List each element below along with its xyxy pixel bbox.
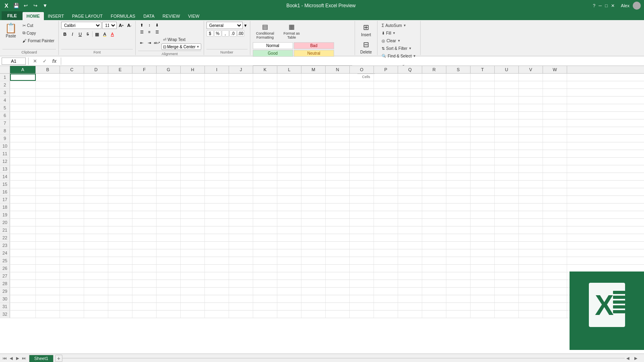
cell-P16[interactable] [374, 188, 398, 195]
cell-N24[interactable] [326, 249, 350, 257]
cell-I23[interactable] [205, 242, 229, 249]
cell-S12[interactable] [446, 158, 471, 165]
cell-U27[interactable] [495, 272, 519, 280]
cell-B19[interactable] [36, 211, 60, 218]
cell-M9[interactable] [301, 135, 326, 142]
cell-S23[interactable] [446, 242, 471, 249]
col-header-h[interactable]: H [181, 66, 205, 73]
tab-view[interactable]: VIEW [184, 12, 203, 20]
cell-E22[interactable] [108, 234, 132, 241]
cell-H3[interactable] [181, 89, 205, 96]
col-header-n[interactable]: N [326, 66, 350, 73]
cell-F5[interactable] [132, 104, 157, 111]
cell-L4[interactable] [277, 97, 301, 104]
cell-J2[interactable] [229, 81, 253, 88]
cell-R7[interactable] [422, 119, 446, 127]
strikethrough-button[interactable]: S̶ [84, 31, 91, 38]
cell-A1[interactable] [10, 74, 36, 81]
cell-O12[interactable] [350, 158, 374, 165]
cell-W19[interactable] [543, 211, 567, 218]
align-right-button[interactable]: ☰ [153, 29, 161, 35]
cell-L10[interactable] [277, 142, 301, 150]
cell-N3[interactable] [326, 89, 350, 96]
cell-B20[interactable] [36, 219, 60, 226]
cell-R18[interactable] [422, 204, 446, 211]
cell-C27[interactable] [60, 272, 84, 280]
cell-T25[interactable] [471, 257, 495, 264]
cell-A10[interactable] [10, 142, 36, 150]
minimize-button[interactable]: ─ [599, 3, 602, 8]
cell-I5[interactable] [205, 104, 229, 111]
cell-I21[interactable] [205, 226, 229, 234]
indent-decrease-button[interactable]: ⇤ [138, 40, 145, 46]
cell-U3[interactable] [495, 89, 519, 96]
add-sheet-button[interactable]: + [55, 355, 62, 362]
tab-insert[interactable]: INSERT [44, 12, 68, 20]
cell-K13[interactable] [253, 165, 277, 173]
tab-home[interactable]: HOME [23, 12, 44, 20]
cell-O8[interactable] [350, 127, 374, 134]
cell-K29[interactable] [253, 288, 277, 295]
cell-F3[interactable] [132, 89, 157, 96]
cell-D26[interactable] [84, 265, 108, 272]
cell-E18[interactable] [108, 204, 132, 211]
cell-R4[interactable] [422, 97, 446, 104]
cell-L9[interactable] [277, 135, 301, 142]
accounting-button[interactable]: $ [206, 30, 214, 37]
cell-S22[interactable] [446, 234, 471, 241]
cell-D25[interactable] [84, 257, 108, 264]
cell-L1[interactable] [277, 74, 301, 81]
cell-O29[interactable] [350, 288, 374, 295]
cell-T7[interactable] [471, 119, 495, 127]
cell-A30[interactable] [10, 295, 36, 302]
cell-O14[interactable] [350, 173, 374, 180]
cell-I15[interactable] [205, 181, 229, 188]
cell-P23[interactable] [374, 242, 398, 249]
cell-G3[interactable] [157, 89, 181, 96]
cell-R20[interactable] [422, 219, 446, 226]
insert-cells-button[interactable]: ⊞ Insert [357, 22, 375, 38]
cell-A13[interactable] [10, 165, 36, 173]
cell-K31[interactable] [253, 303, 277, 310]
cell-K19[interactable] [253, 211, 277, 218]
cell-U22[interactable] [495, 234, 519, 241]
cell-P13[interactable] [374, 165, 398, 173]
cell-C6[interactable] [60, 112, 84, 119]
cell-Q31[interactable] [398, 303, 422, 310]
scroll-right-button[interactable]: ▶ [633, 355, 639, 362]
cell-D12[interactable] [84, 158, 108, 165]
cell-G23[interactable] [157, 242, 181, 249]
cell-V17[interactable] [519, 196, 543, 203]
customize-qat-button[interactable]: ▼ [41, 2, 49, 10]
cell-P21[interactable] [374, 226, 398, 234]
sheet-nav-last[interactable]: ⏭ [21, 355, 27, 362]
cell-N5[interactable] [326, 104, 350, 111]
cell-K3[interactable] [253, 89, 277, 96]
cell-R21[interactable] [422, 226, 446, 234]
cell-K10[interactable] [253, 142, 277, 150]
cell-L2[interactable] [277, 81, 301, 88]
cell-B3[interactable] [36, 89, 60, 96]
cell-I13[interactable] [205, 165, 229, 173]
cell-I19[interactable] [205, 211, 229, 218]
cell-O26[interactable] [350, 265, 374, 272]
cell-E13[interactable] [108, 165, 132, 173]
cell-N7[interactable] [326, 119, 350, 127]
cell-S24[interactable] [446, 249, 471, 257]
col-header-i[interactable]: I [205, 66, 229, 73]
merge-center-button[interactable]: ⊡ Merge & Center ▼ [161, 43, 201, 50]
cell-P2[interactable] [374, 81, 398, 88]
cell-N13[interactable] [326, 165, 350, 173]
row-number[interactable]: 8 [0, 127, 10, 134]
cell-I20[interactable] [205, 219, 229, 226]
cell-B31[interactable] [36, 303, 60, 310]
cell-R23[interactable] [422, 242, 446, 249]
cell-E6[interactable] [108, 112, 132, 119]
cell-I26[interactable] [205, 265, 229, 272]
cell-N2[interactable] [326, 81, 350, 88]
cell-E30[interactable] [108, 295, 132, 302]
cell-C23[interactable] [60, 242, 84, 249]
cell-D3[interactable] [84, 89, 108, 96]
font-name-select[interactable]: Calibri [61, 22, 101, 29]
cell-A26[interactable] [10, 265, 36, 272]
